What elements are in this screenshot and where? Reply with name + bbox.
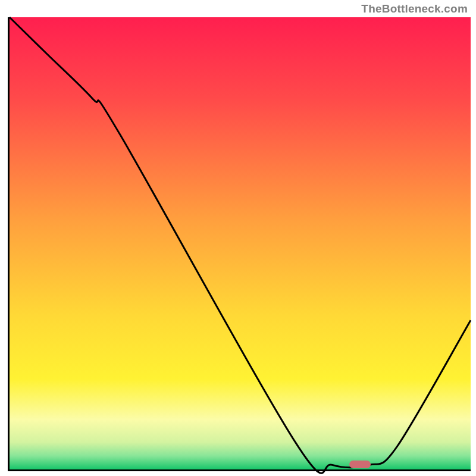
watermark-text: TheBottleneck.com (361, 2, 468, 15)
chart-container: TheBottleneck.com (0, 0, 476, 476)
plot-area (8, 17, 471, 471)
bottleneck-curve (10, 17, 471, 469)
optimal-point-marker (349, 461, 371, 468)
